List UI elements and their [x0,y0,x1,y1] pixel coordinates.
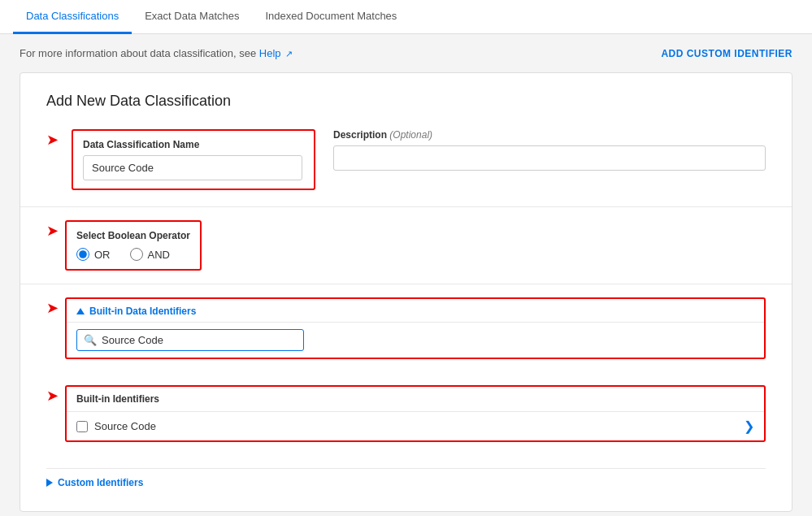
source-code-item-label: Source Code [94,420,156,432]
radio-row: OR AND [76,248,190,261]
boolean-box: Select Boolean Operator OR AND [65,220,202,271]
source-code-checkbox[interactable] [76,421,88,432]
add-custom-identifier-button[interactable]: ADD CUSTOM IDENTIFIER [661,48,792,59]
info-description: For more information about data classifi… [20,47,256,59]
search-input[interactable] [102,334,297,346]
search-icon: 🔍 [84,334,97,346]
boolean-arrow-row: ➤ Select Boolean Operator OR AND [46,220,766,271]
desc-field-group: Description (Optional) [333,129,766,171]
list-item-left: Source Code [76,420,156,432]
main-content: For more information about data classifi… [0,34,812,516]
expand-custom-icon[interactable] [46,479,53,487]
desc-label: Description (Optional) [333,129,766,141]
identifiers-section: Built-in Data Identifiers 🔍 [65,297,766,372]
radio-and[interactable]: AND [130,248,170,261]
optional-text: (Optional) [389,129,432,141]
arrow-list: ➤ [46,387,59,405]
external-link-icon: ↗ [285,49,293,59]
identifiers-list-arrow-row: ➤ Built-in Identifiers Source Code ❯ [46,385,766,455]
arrow-built-in: ➤ [46,299,59,317]
identifiers-header: Built-in Data Identifiers [67,299,764,323]
and-label: AND [148,249,170,261]
built-in-identifiers-arrow-row: ➤ Built-in Data Identifiers 🔍 [46,297,766,372]
list-item: Source Code ❯ [67,411,764,440]
arrow-name: ➤ [46,131,59,149]
radio-and-input[interactable] [130,248,143,261]
tab-data-classifications[interactable]: Data Classifications [13,0,132,34]
search-input-wrap: 🔍 [76,329,304,351]
radio-or-input[interactable] [76,248,89,261]
identifiers-section-box: Built-in Data Identifiers 🔍 [65,297,766,359]
info-text: For more information about data classifi… [20,47,293,59]
name-input[interactable] [83,155,302,180]
tab-indexed-document-matches[interactable]: Indexed Document Matches [252,0,410,34]
arrow-boolean: ➤ [46,222,59,240]
chevron-right-icon[interactable]: ❯ [744,418,754,434]
boolean-section: Select Boolean Operator OR AND [65,220,766,271]
name-desc-row: ➤ Data Classification Name Description (… [46,129,766,190]
custom-identifiers-row[interactable]: Custom Identifiers [46,468,766,492]
built-in-header-text: Built-in Data Identifiers [89,306,196,317]
boolean-label: Select Boolean Operator [76,230,190,241]
search-row: 🔍 [67,323,764,358]
collapse-icon[interactable] [76,308,85,314]
custom-identifiers-label: Custom Identifiers [58,477,143,488]
form-card: Add New Data Classification ➤ Data Class… [20,72,792,512]
or-label: OR [94,249,111,261]
identifiers-list-section: Built-in Identifiers Source Code ❯ [65,385,766,442]
name-field-box: Data Classification Name [72,129,315,190]
tab-exact-data-matches[interactable]: Exact Data Matches [132,0,252,34]
name-label: Data Classification Name [83,139,304,150]
help-link[interactable]: Help ↗ [259,47,293,59]
form-title: Add New Data Classification [46,93,766,110]
tabs-bar: Data Classifications Exact Data Matches … [0,0,812,34]
info-bar: For more information about data classifi… [20,47,792,59]
built-in-identifiers-label: Built-in Identifiers [76,393,159,405]
radio-or[interactable]: OR [76,248,111,261]
desc-input[interactable] [333,145,766,171]
identifiers-list-section-wrap: Built-in Identifiers Source Code ❯ [65,385,766,455]
app-container: Data Classifications Exact Data Matches … [0,0,812,516]
list-section-header: Built-in Identifiers [67,387,764,411]
